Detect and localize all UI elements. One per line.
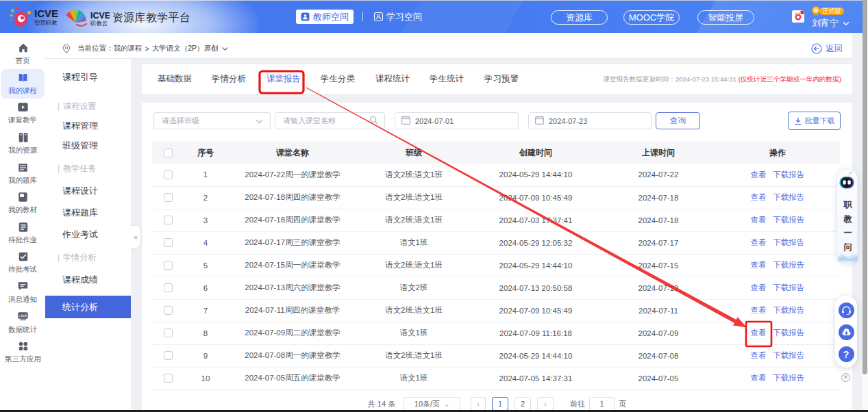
svg-text:职教云: 职教云	[90, 20, 108, 27]
svg-text:ICVE: ICVE	[34, 8, 58, 19]
svg-text:ICVE: ICVE	[90, 11, 110, 21]
svg-text:智慧职教: 智慧职教	[34, 19, 58, 26]
